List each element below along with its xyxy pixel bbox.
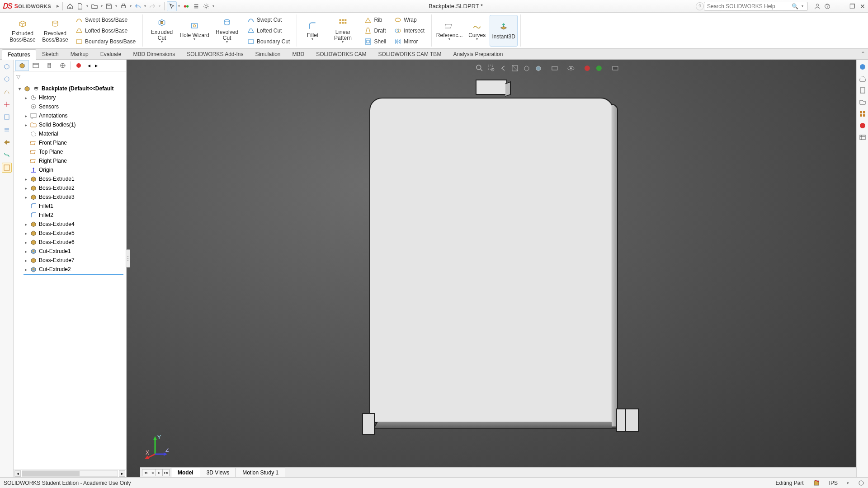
tab-mbd-dimensions[interactable]: MBD Dimensions [127,49,181,59]
tree-tab-config[interactable] [42,60,56,71]
view-tab-motion[interactable]: Motion Study 1 [236,468,285,477]
restore-button[interactable]: ❐ [849,3,855,10]
status-custom-icon[interactable] [813,479,820,487]
hud-view-orient-icon[interactable] [522,63,532,73]
panel-splitter[interactable] [126,249,130,267]
undo-icon[interactable] [133,1,143,11]
lt-tool-8[interactable] [2,150,12,160]
lt-tool-7[interactable] [2,137,12,147]
hud-zoom-area-icon[interactable] [486,63,496,73]
draft-button[interactable]: Draft [362,26,388,35]
revolved-cut-button[interactable]: Revolved Cut▾ [211,15,243,47]
redo-icon[interactable] [147,1,157,11]
tree-item-fillet2[interactable]: Fillet2 [15,211,126,220]
tab-evaluate[interactable]: Evaluate [94,49,127,59]
tree-item-material-not-specified-[interactable]: Material [15,129,126,138]
expand-icon[interactable]: ▸ [24,222,28,227]
tree-item-front-plane[interactable]: Front Plane [15,138,126,147]
user-account-icon[interactable] [812,1,822,11]
tab-cam-tbm[interactable]: SOLIDWORKS CAM TBM [373,49,448,59]
extruded-boss-button[interactable]: Extruded Boss/Base [6,15,39,47]
tree-item-origin[interactable]: Origin [15,165,126,174]
open-file-icon[interactable] [90,1,99,11]
feature-tree[interactable]: ▾ Backplate (Default<<Default ▸ History … [14,82,126,469]
view-tab-3dviews[interactable]: 3D Views [200,468,236,477]
fillet-button[interactable]: Fillet▾ [300,15,325,47]
expand-icon[interactable]: ▸ [24,258,28,263]
vt-last[interactable]: ⏭ [162,469,170,476]
tp-view-palette-icon[interactable] [858,109,867,118]
curves-button[interactable]: Curves▾ [464,15,490,47]
tree-item-boss-extrude6[interactable]: ▸ Boss-Extrude6 [15,238,126,247]
tree-root[interactable]: ▾ Backplate (Default<<Default [15,84,126,93]
intersect-button[interactable]: Intersect [392,26,427,35]
tree-tab-display[interactable] [72,60,85,71]
tree-hscroll[interactable]: ◂ ▸ [14,469,126,477]
tree-item-top-plane[interactable]: Top Plane [15,147,126,156]
tree-item-right-plane[interactable]: Right Plane [15,156,126,165]
new-file-icon[interactable] [75,1,85,11]
redo-dropdown[interactable]: ▾ [157,4,162,8]
tab-cam[interactable]: SOLIDWORKS CAM [310,49,372,59]
new-dropdown[interactable]: ▾ [85,4,90,8]
save-icon[interactable] [104,1,114,11]
view-tab-model[interactable]: Model [171,468,200,477]
instant3d-button[interactable]: Instant3D [490,15,518,47]
expand-icon[interactable]: ▸ [24,186,28,191]
lt-tool-6[interactable] [2,125,12,135]
tree-item-fillet1[interactable]: Fillet1 [15,202,126,211]
lt-tool-4[interactable] [2,99,12,109]
home-icon[interactable] [65,1,75,11]
help-search[interactable]: 🔍 ▾ [704,2,808,11]
hole-wizard-button[interactable]: Hole Wizard▾ [178,15,211,47]
tree-item-boss-extrude2[interactable]: ▸ Boss-Extrude2 [15,183,126,192]
rib-button[interactable]: Rib [362,15,388,24]
graphics-viewport[interactable]: Y X Z ⏮ ◂ ▸ ⏭ Model 3D Views Motion Stud… [127,60,856,477]
minimize-button[interactable]: — [839,3,845,10]
tp-library-icon[interactable] [858,86,867,95]
close-button[interactable]: ✕ [860,3,865,10]
hud-eye-icon[interactable] [566,63,576,73]
status-units-dropdown[interactable]: ▾ [847,481,849,485]
print-dropdown[interactable]: ▾ [128,4,133,8]
tp-appearances-icon[interactable] [858,121,867,130]
settings-dropdown[interactable]: ▾ [211,4,216,8]
options-list-icon[interactable] [191,1,201,11]
menu-dropdown[interactable]: ▶ [56,4,60,8]
search-input[interactable] [707,3,792,9]
rollback-bar[interactable] [24,274,123,275]
tab-mbd[interactable]: MBD [287,49,311,59]
tab-analysis-prep[interactable]: Analysis Preparation [447,49,509,59]
lofted-boss-button[interactable]: Lofted Boss/Base [73,26,138,35]
tab-sketch[interactable]: Sketch [36,49,65,59]
select-icon[interactable] [167,1,177,11]
tab-features[interactable]: Features [2,49,36,60]
swept-boss-button[interactable]: Swept Boss/Base [73,15,138,24]
hud-scene-icon[interactable] [594,63,604,73]
shell-button[interactable]: Shell [362,37,388,46]
collapse-ribbon-icon[interactable]: ⌃ [861,51,865,57]
filter-icon[interactable]: ▽ [16,74,20,80]
hud-prev-view-icon[interactable] [498,63,508,73]
select-dropdown[interactable]: ▾ [177,4,181,8]
hscroll-track[interactable] [22,470,118,477]
print-icon[interactable] [118,1,128,11]
tree-item-annotations[interactable]: ▸ Annotations [15,111,126,120]
hud-display-style-icon[interactable] [533,63,543,73]
lt-tool-9[interactable] [2,163,12,173]
hud-hide-show-icon[interactable] [550,63,560,73]
tree-item-solid-bodies-1-[interactable]: ▸ Solid Bodies(1) [15,120,126,129]
tree-item-boss-extrude4[interactable]: ▸ Boss-Extrude4 [15,220,126,229]
vt-first[interactable]: ⏮ [142,469,149,476]
status-units[interactable]: IPS [829,480,838,486]
expand-icon[interactable]: ▸ [24,195,28,200]
tp-resources-icon[interactable] [858,62,867,71]
rebuild-icon[interactable] [181,1,191,11]
save-dropdown[interactable]: ▾ [114,4,118,8]
expand-icon[interactable]: ▸ [24,267,28,272]
extruded-cut-button[interactable]: Extruded Cut▾ [146,15,178,47]
lt-tool-5[interactable] [2,112,12,122]
expand-icon[interactable]: ▸ [24,122,28,127]
tp-properties-icon[interactable] [858,133,867,142]
tree-nav-prev[interactable]: ◂ [85,60,93,71]
